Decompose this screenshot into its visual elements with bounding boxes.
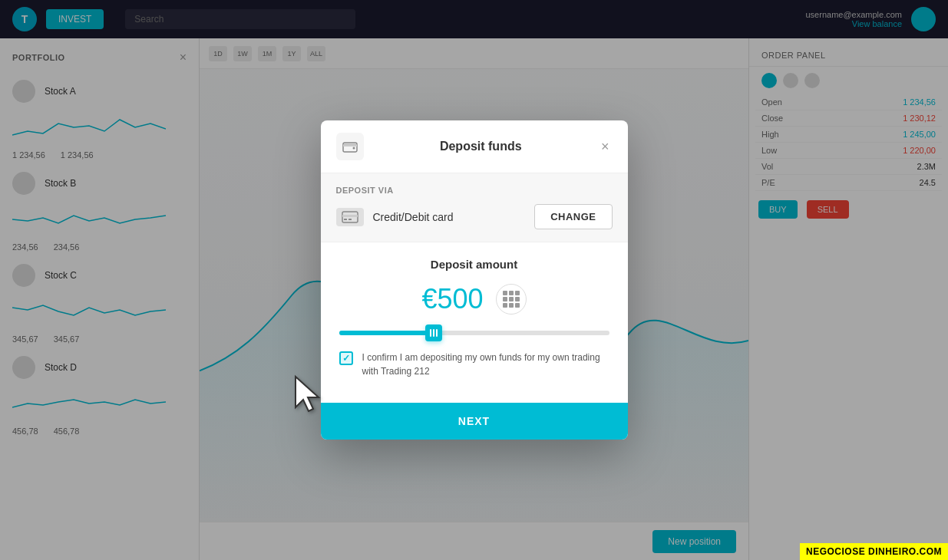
grid-dot [509,297,514,301]
checkmark-icon: ✓ [342,353,350,364]
deposit-modal: Deposit funds × DEPOSIT VIA Credit/Debit… [321,120,628,440]
grid-dot [509,303,514,308]
credit-card-icon [342,211,358,223]
grid-dot [515,291,520,295]
grid-dot [515,303,520,308]
svg-rect-1 [343,144,357,147]
slider-thumb[interactable] [425,324,442,341]
modal-overlay: Deposit funds × DEPOSIT VIA Credit/Debit… [0,0,948,560]
amount-display: €500 [336,283,613,315]
wallet-icon [342,140,358,153]
amount-value: €500 [421,283,483,315]
confirm-checkbox[interactable]: ✓ [339,351,353,365]
grid-dot [503,303,507,308]
grid-dot [509,291,514,295]
card-icon [336,208,364,226]
amount-slider[interactable] [336,331,613,335]
confirm-row: ✓ I confirm I am depositing my own funds… [336,351,613,390]
next-button[interactable]: NEXT [321,403,628,440]
confirm-text: I confirm I am depositing my own funds f… [362,351,609,378]
modal-title: Deposit funds [373,140,589,153]
watermark: NEGOCIOSE DINHEIRO.COM [800,543,948,560]
grid-dot [515,297,520,301]
modal-close-button[interactable]: × [598,136,613,158]
modal-header-icon [336,133,364,160]
svg-rect-5 [344,219,347,220]
grid-dot [503,297,507,301]
grid-icon [503,291,520,308]
svg-point-2 [352,147,355,150]
deposit-via-section: DEPOSIT VIA Credit/Debit card CHANGE [321,173,628,242]
deposit-via-label: DEPOSIT VIA [336,186,613,195]
grid-dot [503,291,507,295]
thumb-line [430,329,431,337]
modal-header: Deposit funds × [321,120,628,173]
deposit-amount-section: Deposit amount €500 [321,242,628,403]
thumb-line [436,329,438,337]
deposit-method: Credit/Debit card CHANGE [336,204,613,229]
slider-track [339,331,609,335]
deposit-amount-title: Deposit amount [336,258,613,271]
thumb-lines [430,329,438,337]
card-label: Credit/Debit card [373,211,526,223]
change-button[interactable]: CHANGE [534,204,612,229]
svg-rect-6 [348,219,352,220]
svg-rect-4 [342,215,358,217]
amount-grid-button[interactable] [496,284,527,315]
thumb-line [433,329,434,337]
